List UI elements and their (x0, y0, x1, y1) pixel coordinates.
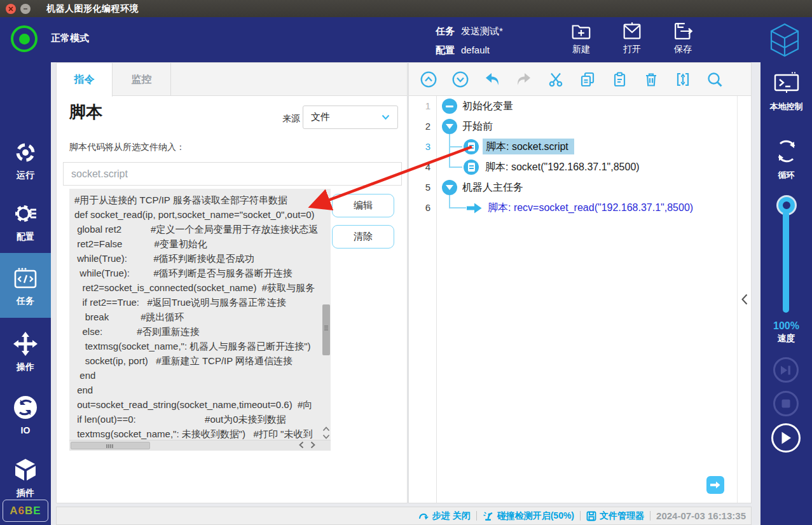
tree-row-label: 脚本: socket("192.168.37.1",8500) (485, 157, 640, 177)
version-badge[interactable]: A6BE (3, 500, 48, 522)
clear-button[interactable]: 清除 (332, 225, 394, 249)
row-number: 4 (409, 157, 430, 177)
code-line: socket(ip, port) #重新建立 TCP/IP 网络通信连接 (74, 353, 331, 368)
scroll-up-icon (322, 426, 330, 432)
loop-button[interactable]: 循环 (760, 137, 812, 181)
save-icon (671, 20, 694, 43)
source-select[interactable]: 文件 (303, 106, 398, 129)
copy-icon (579, 71, 596, 88)
scroll-left-icon[interactable] (299, 441, 304, 449)
code-line: if len(out)==0: #out为0未接到数据 (74, 412, 331, 426)
script-filename-input[interactable]: socket.script (63, 162, 402, 186)
sidebar-item-run[interactable]: 运行 (0, 133, 51, 183)
window-minimize-button[interactable] (20, 4, 31, 14)
paste-button[interactable] (603, 65, 635, 93)
move-up-button[interactable] (413, 65, 444, 93)
horizontal-scrollbar-thumb[interactable] (71, 442, 150, 449)
sidebar-item-config[interactable]: 配置 (0, 194, 51, 243)
file-manager-button[interactable]: 文件管理器 (586, 510, 644, 522)
sidebar-item-operate[interactable]: 操作 (0, 324, 51, 374)
speed-value: 100% (760, 320, 812, 332)
move-up-icon (420, 71, 437, 88)
code-line: textmsg(socket_name,": 未接收到数据") #打印 "未收到 (74, 426, 331, 440)
config-label: 配置 (436, 41, 455, 58)
code-line: else: #否则重新连接 (74, 324, 331, 339)
expand-node-icon[interactable] (442, 119, 457, 134)
app-header: 正常模式 任务 发送测试* 配置 default 新建 打开 (0, 17, 812, 62)
robot-collision-icon (483, 510, 494, 521)
trash-icon (642, 71, 660, 88)
move-down-icon (451, 71, 469, 88)
insert-button[interactable] (667, 65, 699, 93)
step-forward-button[interactable] (773, 357, 799, 383)
code-line: if ret2==True: #返回True说明与服务器正常连接 (74, 295, 331, 310)
vertical-scrollbar-thumb[interactable] (322, 304, 330, 355)
redo-icon (515, 71, 533, 88)
tree-row-init-vars[interactable]: 1 初始化变量 (409, 96, 738, 116)
undo-button[interactable] (476, 65, 508, 93)
script-description: 脚本代码将从所选文件纳入： (69, 142, 185, 153)
save-button[interactable]: 保存 (662, 20, 704, 59)
panel-collapse-handle[interactable] (737, 96, 751, 503)
tree-row-before-start[interactable]: 2 开始前 (409, 116, 738, 137)
code-view: #用于从连接的 TCP/IP 服务器读取全部字符串数据 def socket_r… (69, 189, 331, 440)
horizontal-scrollbar[interactable] (69, 440, 331, 451)
code-line: ret2=False #变量初始化 (74, 236, 331, 251)
search-icon (706, 71, 724, 88)
sidebar-item-io[interactable]: IO (0, 388, 51, 435)
search-button[interactable] (699, 65, 731, 93)
open-button[interactable]: 打开 (611, 20, 653, 59)
plugin-cube-icon (12, 456, 39, 483)
cut-icon (547, 71, 565, 88)
stop-button[interactable] (773, 391, 799, 416)
speed-label: 速度 (760, 333, 812, 344)
tree-row-main-task[interactable]: 5 机器人主任务 (409, 177, 738, 198)
tree-row-label: 开始前 (462, 116, 493, 137)
tree-row-script-file-selected[interactable]: 3 脚本: socket.script (409, 137, 738, 157)
config-value: default (461, 41, 490, 58)
local-control-button[interactable]: 本地控制 (760, 71, 812, 112)
next-page-button[interactable] (706, 476, 724, 494)
code-line: out=socket_read_string(socket_name,timeo… (74, 397, 331, 412)
play-button[interactable] (771, 423, 801, 453)
program-tree-panel: 1 初始化变量 2 开始前 3 脚本: socket.script 4 脚本: … (408, 62, 752, 503)
edit-button[interactable]: 编辑 (332, 194, 394, 217)
vertical-scrollbar[interactable] (322, 189, 331, 440)
copy-button[interactable] (572, 65, 603, 93)
task-label: 任务 (436, 22, 455, 39)
code-line: end (74, 368, 331, 383)
code-line: while(True): #循环判断接收是否成功 (74, 251, 331, 266)
move-down-button[interactable] (444, 65, 476, 93)
status-separator (580, 511, 581, 521)
window-close-button[interactable] (6, 4, 16, 14)
tree-row-label: 机器人主任务 (462, 177, 523, 198)
source-label: 来源 (282, 113, 300, 125)
tab-bar: 指令 监控 (57, 63, 407, 96)
delete-button[interactable] (635, 65, 667, 93)
script-panel: 指令 监控 脚本 来源 文件 脚本代码将从所选文件纳入： socket.scri… (56, 62, 408, 503)
tree-row-script-socket[interactable]: 4 脚本: socket("192.168.37.1",8500) (409, 157, 738, 177)
new-file-icon (570, 20, 593, 43)
tab-monitor[interactable]: 监控 (113, 63, 171, 96)
collision-detect-status[interactable]: 碰撞检测开启(50%) (483, 510, 574, 522)
skip-next-icon (780, 365, 792, 375)
tree-toolbar (409, 63, 751, 96)
code-line: def socket_read(ip, port,socket_name="so… (74, 207, 331, 222)
tree-row-label: 脚本: socket.script (483, 137, 574, 157)
expand-node-icon[interactable] (442, 180, 457, 195)
speed-slider-track[interactable] (783, 211, 789, 313)
script-node-icon (464, 160, 479, 175)
new-button[interactable]: 新建 (560, 20, 602, 59)
scroll-right-icon[interactable] (310, 441, 315, 449)
cut-button[interactable] (540, 65, 572, 93)
row-number: 1 (409, 96, 430, 116)
paste-icon (610, 71, 628, 88)
redo-button[interactable] (508, 65, 540, 93)
tab-instruction[interactable]: 指令 (57, 63, 113, 97)
tree-row-script-recv[interactable]: 6 脚本: recv=socket_read("192.168.37.1",85… (409, 198, 738, 218)
tree-row-label: 脚本: recv=socket_read("192.168.37.1",8500… (488, 198, 693, 218)
sidebar-item-plugin[interactable]: 插件 (0, 450, 51, 498)
step-mode-status[interactable]: 步进 关闭 (418, 510, 471, 522)
sidebar-item-task[interactable]: 任务 (0, 253, 51, 318)
window-titlebar: 机器人图形化编程环境 (0, 0, 812, 17)
